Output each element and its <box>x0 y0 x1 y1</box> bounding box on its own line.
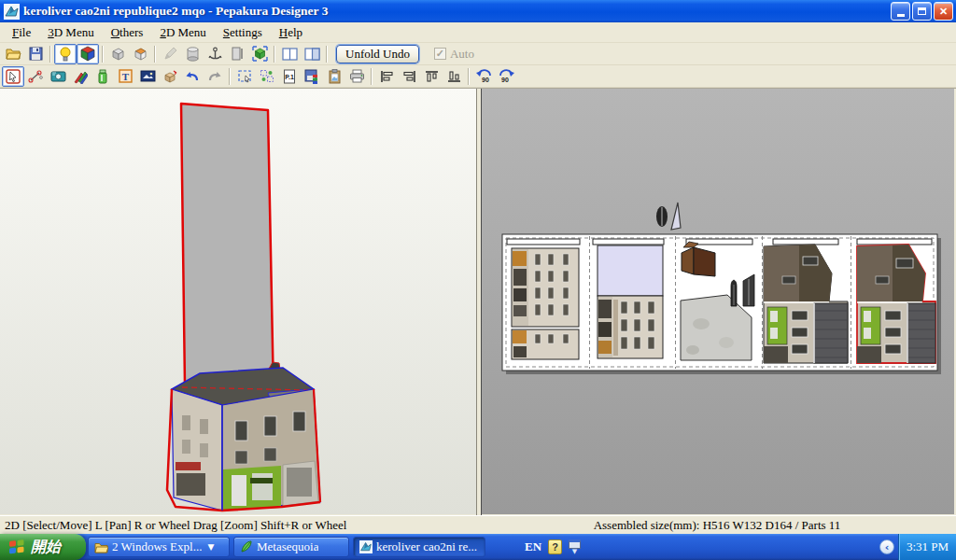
textured-cube-icon <box>80 46 96 62</box>
svg-text:T: T <box>121 71 129 82</box>
taskbar-button-metasequoia[interactable]: Metasequoia <box>233 537 349 557</box>
model-back-wall-face[interactable] <box>181 104 274 395</box>
light-toggle-button[interactable] <box>54 44 77 64</box>
print-icon <box>349 69 365 83</box>
select-move-button[interactable] <box>2 66 24 87</box>
redo-button[interactable] <box>204 66 226 87</box>
language-bar: EN ? ▼ <box>525 539 581 554</box>
fold-box-button[interactable] <box>129 44 151 64</box>
insert-image-button[interactable] <box>136 66 159 87</box>
cylinder-button[interactable] <box>181 44 204 64</box>
hide-icons-chevron-button[interactable]: ‹ <box>879 539 894 554</box>
minimize-icon <box>897 14 905 17</box>
pattern-piece-small-dark-1[interactable] <box>731 280 737 306</box>
auto-checkbox[interactable]: ✓ <box>434 48 446 60</box>
box-arrow-button[interactable] <box>159 66 181 87</box>
minimize-button[interactable] <box>891 2 910 21</box>
language-indicator[interactable]: EN <box>525 539 541 554</box>
edge-tool-icon <box>28 69 43 84</box>
multi-select-button[interactable] <box>256 66 278 87</box>
text-tool-button[interactable]: T <box>114 66 136 87</box>
select-part-3d-button[interactable] <box>248 44 271 64</box>
toolbar-separator <box>102 46 104 63</box>
client-area <box>0 88 956 515</box>
menu-others[interactable]: Others <box>103 23 152 42</box>
print-button[interactable] <box>345 66 368 87</box>
model-left-window <box>182 415 190 430</box>
folder-icon <box>94 541 108 553</box>
select-rect-button[interactable] <box>233 66 256 87</box>
save-textured-button[interactable] <box>301 66 323 87</box>
pattern-piece-facade-2[interactable] <box>598 245 663 358</box>
align-bottom-button[interactable] <box>443 66 465 87</box>
select-arrow-icon <box>6 69 21 84</box>
unfold-box-button[interactable] <box>106 44 129 64</box>
taskbar-button-windows-explorer[interactable]: 2 Windows Expl... ▼ <box>88 537 230 557</box>
open-folder-button[interactable] <box>2 44 24 64</box>
menu-settings[interactable]: Settings <box>215 23 271 42</box>
edge-tool-button[interactable] <box>24 66 47 87</box>
measure-button[interactable] <box>47 66 69 87</box>
glue-stick-button[interactable] <box>91 66 114 87</box>
start-button[interactable]: 開始 <box>0 534 86 560</box>
unfold-undo-button[interactable]: Unfold Undo <box>336 45 419 63</box>
pattern-strip[interactable] <box>857 239 932 245</box>
anchor-button[interactable] <box>204 44 226 64</box>
rotate-left-90-button[interactable]: 90 <box>472 66 495 87</box>
align-right-icon <box>402 70 416 83</box>
pens-icon <box>73 69 88 84</box>
chevron-left-icon: ‹ <box>885 541 890 553</box>
copy-image-button[interactable] <box>323 66 345 87</box>
glue-stick-icon <box>96 69 109 84</box>
save-colored-icon <box>304 69 319 84</box>
pattern-2d-canvas[interactable] <box>482 89 954 514</box>
viewport-3d[interactable] <box>0 89 477 515</box>
rotate-right-label: 90 <box>501 77 509 83</box>
rotate-right-90-button[interactable]: 90 <box>495 66 517 87</box>
clock[interactable]: 3:31 PM <box>907 539 949 554</box>
clipboard-image-icon <box>328 69 342 84</box>
save-icon <box>29 47 43 61</box>
fold-box-icon <box>133 47 148 61</box>
undo-button[interactable] <box>181 66 204 87</box>
page-setup-button[interactable]: P.1 <box>278 66 301 87</box>
taskbar-button-pepakura[interactable]: keroliver cao2ni re... <box>353 537 485 557</box>
toolbar-separator <box>326 46 328 63</box>
model-left-window <box>200 419 208 434</box>
model-3d-canvas[interactable] <box>0 89 476 514</box>
align-right-button[interactable] <box>398 66 420 87</box>
menu-2d-menu[interactable]: 2D Menu <box>151 23 214 42</box>
layout-two-pane-button[interactable] <box>278 44 301 64</box>
pattern-strip[interactable] <box>507 239 580 245</box>
box-arrow-icon <box>162 69 177 84</box>
model-front-window <box>235 421 247 441</box>
align-left-button[interactable] <box>375 66 398 87</box>
pattern-piece-facade-1[interactable] <box>512 248 579 359</box>
pencil-button[interactable] <box>159 44 181 64</box>
auto-checkbox-group: ✓ Auto <box>434 47 474 62</box>
model-front-window <box>293 412 305 431</box>
align-top-button[interactable] <box>420 66 443 87</box>
taskbar-button-label: keroliver cao2ni re... <box>376 539 477 554</box>
language-help-icon[interactable]: ? <box>548 539 562 554</box>
texture-view-button[interactable] <box>77 44 99 64</box>
pepakura-icon <box>359 540 373 553</box>
menu-3d-menu[interactable]: 3D Menu <box>39 23 102 42</box>
save-button[interactable] <box>24 44 47 64</box>
menu-file[interactable]: File <box>4 23 39 42</box>
language-options-icon[interactable]: ▼ <box>569 539 581 554</box>
model-front-window <box>235 451 247 464</box>
taskbar-button-label: 2 Windows Expl... <box>112 539 202 554</box>
pattern-strip[interactable] <box>593 239 664 245</box>
layout-right-pane-button[interactable] <box>301 44 323 64</box>
face-panel-button[interactable] <box>226 44 248 64</box>
restore-button[interactable] <box>912 2 932 21</box>
taskbar-button-label: Metasequoia <box>257 539 318 554</box>
pens-button[interactable] <box>69 66 91 87</box>
viewport-2d[interactable] <box>481 89 956 515</box>
titlebar: keroliver cao2ni republique2 mqo - Pepak… <box>0 0 956 22</box>
close-button[interactable]: ✕ <box>934 2 953 21</box>
menu-help[interactable]: Help <box>271 23 311 42</box>
status-hint-text: 2D [Select/Move] L [Pan] R or Wheel Drag… <box>0 518 478 533</box>
pattern-strip[interactable] <box>773 239 838 245</box>
